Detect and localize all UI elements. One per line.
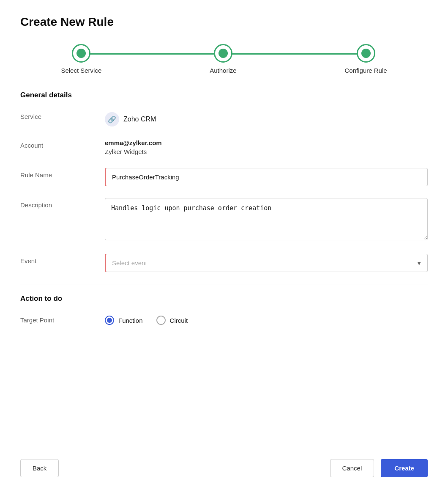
service-name: Zoho CRM (123, 116, 156, 123)
target-point-options: Function Circuit (105, 313, 428, 325)
description-row: Description Handles logic upon purchase … (20, 198, 428, 242)
general-details-section: General details Service 🔗 Zoho CRM Accou… (20, 91, 428, 272)
service-icon: 🔗 (105, 112, 119, 126)
event-label: Event (20, 254, 105, 264)
event-row: Event Select event ▼ (20, 254, 428, 272)
stepper-step-authorize: Authorize (210, 44, 236, 74)
action-section: Action to do Target Point Function (20, 294, 428, 325)
stepper-step-select-service: Select Service (61, 44, 101, 74)
general-details-title: General details (20, 91, 428, 99)
radio-group: Function Circuit (105, 313, 428, 325)
stepper-label-3: Configure Rule (345, 67, 387, 74)
radio-option-function[interactable]: Function (105, 316, 143, 325)
radio-label-circuit: Circuit (170, 317, 188, 324)
cancel-button[interactable]: Cancel (330, 459, 374, 477)
stepper: Select Service Authorize Configure Rule (20, 44, 428, 74)
radio-outer-function[interactable] (105, 316, 114, 325)
stepper-steps: Select Service Authorize Configure Rule (61, 44, 387, 74)
rule-name-input[interactable] (105, 168, 428, 186)
stepper-circle-inner-3 (361, 49, 371, 58)
service-value: 🔗 Zoho CRM (105, 110, 428, 126)
radio-outer-circuit[interactable] (156, 316, 166, 325)
account-value: emma@zylker.com Zylker Widgets (105, 138, 428, 156)
stepper-circle-1 (72, 44, 90, 63)
page-title: Create New Rule (20, 15, 428, 29)
stepper-label-2: Authorize (210, 67, 236, 74)
target-point-row: Target Point Function Circuit (20, 313, 428, 325)
rule-name-label: Rule Name (20, 168, 105, 179)
footer: Back Cancel Create (0, 452, 448, 484)
target-point-label: Target Point (20, 313, 105, 324)
rule-name-row: Rule Name (20, 168, 428, 186)
event-value[interactable]: Select event ▼ (105, 254, 428, 272)
section-divider (20, 284, 428, 284)
stepper-circle-3 (357, 44, 375, 63)
description-value[interactable]: Handles logic upon purchase order creati… (105, 198, 428, 242)
rule-name-value[interactable] (105, 168, 428, 186)
description-input[interactable]: Handles logic upon purchase order creati… (105, 198, 428, 240)
event-select-wrapper[interactable]: Select event ▼ (105, 254, 428, 272)
service-icon-glyph: 🔗 (108, 116, 116, 124)
stepper-circle-inner-1 (76, 49, 86, 58)
stepper-label-1: Select Service (61, 67, 101, 74)
stepper-circle-2 (214, 44, 232, 63)
account-email: emma@zylker.com (105, 138, 428, 147)
event-select[interactable]: Select event (105, 254, 428, 272)
description-label: Description (20, 198, 105, 209)
service-label: Service (20, 110, 105, 120)
radio-option-circuit[interactable]: Circuit (156, 316, 188, 325)
footer-right: Cancel Create (330, 459, 428, 477)
stepper-circle-inner-2 (219, 49, 228, 58)
account-org: Zylker Widgets (105, 147, 428, 156)
account-row: Account emma@zylker.com Zylker Widgets (20, 138, 428, 156)
create-button[interactable]: Create (381, 459, 428, 477)
service-row: Service 🔗 Zoho CRM (20, 110, 428, 126)
radio-label-function: Function (118, 317, 143, 324)
back-button[interactable]: Back (20, 459, 59, 477)
account-label: Account (20, 138, 105, 149)
action-section-title: Action to do (20, 294, 428, 303)
radio-inner-function (107, 318, 112, 323)
stepper-step-configure-rule: Configure Rule (345, 44, 387, 74)
